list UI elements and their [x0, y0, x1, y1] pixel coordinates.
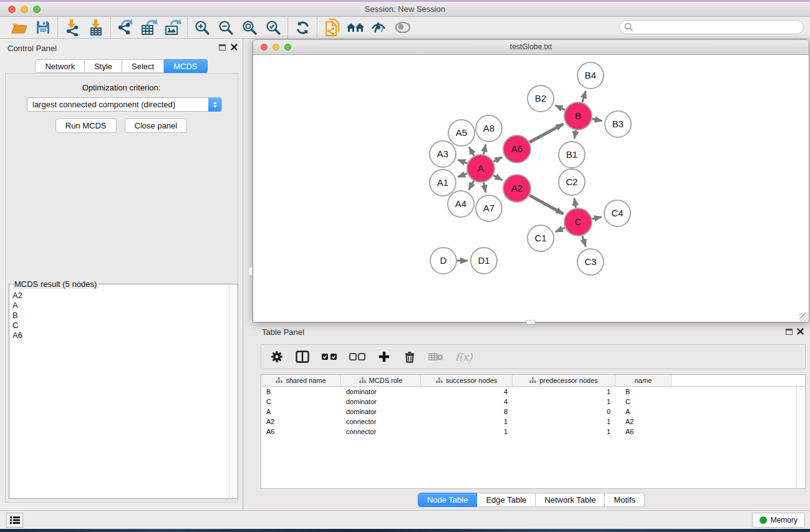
- import-network-button[interactable]: [60, 18, 84, 37]
- zoom-out-button[interactable]: [214, 18, 238, 37]
- table-cell[interactable]: 1: [421, 417, 513, 427]
- graph-node-A6[interactable]: A6: [503, 135, 531, 163]
- graph-node-A2[interactable]: A2: [503, 175, 531, 202]
- zoom-selected-button[interactable]: [261, 18, 285, 37]
- criterion-dropdown[interactable]: largest connected component (directed): [27, 97, 222, 112]
- table-cell[interactable]: 4: [421, 397, 513, 407]
- graph-edge-B-B4[interactable]: [582, 91, 586, 102]
- graph-edge-B-B1[interactable]: [574, 130, 576, 139]
- tab-mcds[interactable]: MCDS: [164, 59, 207, 73]
- graph-node-C3[interactable]: C3: [577, 249, 604, 275]
- graph-edge-A-A5[interactable]: [469, 147, 474, 156]
- graph-edge-B-B2[interactable]: [556, 105, 566, 110]
- delete-table-button[interactable]: [428, 349, 443, 365]
- delete-column-button[interactable]: [403, 349, 417, 365]
- result-item[interactable]: A6: [9, 331, 228, 341]
- tab-select[interactable]: Select: [122, 59, 164, 73]
- column-header-successor-nodes[interactable]: successor nodes: [421, 375, 513, 386]
- network-canvas[interactable]: B4B2BB3A8A5A6A3B1AA1C2A2A4A7C4CC1C3DD1: [253, 56, 809, 322]
- graph-edge-A-A8[interactable]: [484, 144, 486, 154]
- close-panel-icon[interactable]: [231, 44, 238, 51]
- function-builder-button[interactable]: f(x): [455, 349, 472, 365]
- tab-node-table[interactable]: Node Table: [418, 493, 478, 507]
- table-cell[interactable]: A6: [615, 427, 672, 437]
- graph-node-A1[interactable]: A1: [430, 170, 456, 196]
- import-table-button[interactable]: [84, 18, 108, 37]
- deselect-all-rows-button[interactable]: [349, 349, 365, 365]
- graph-edge-A6-B[interactable]: [529, 124, 563, 142]
- graph-node-A8[interactable]: A8: [476, 115, 502, 142]
- network-window-titlebar[interactable]: testGlobe.txt: [253, 40, 809, 55]
- memory-button[interactable]: Memory: [752, 513, 805, 528]
- graph-edge-C-C2[interactable]: [574, 198, 576, 208]
- export-image-button[interactable]: [161, 18, 185, 37]
- open-session-button[interactable]: [7, 18, 31, 37]
- graph-edge-A-A2[interactable]: [493, 175, 502, 180]
- float-table-panel-icon[interactable]: [786, 329, 793, 335]
- table-cell[interactable]: connector: [341, 417, 421, 427]
- table-cell[interactable]: dominator: [341, 407, 421, 417]
- result-item[interactable]: A: [9, 301, 228, 311]
- export-network-button[interactable]: [113, 18, 137, 37]
- graph-node-A[interactable]: A: [467, 155, 494, 182]
- graph-edge-C-C1[interactable]: [556, 228, 565, 232]
- table-row[interactable]: A6connector11A6: [261, 427, 796, 437]
- hide-details-button[interactable]: [367, 18, 391, 37]
- tab-motifs[interactable]: Motifs: [605, 493, 645, 507]
- table-cell[interactable]: B: [261, 387, 341, 397]
- table-cell[interactable]: 8: [421, 407, 513, 417]
- add-column-button[interactable]: [377, 349, 391, 365]
- run-mcds-button[interactable]: Run MCDS: [55, 118, 117, 133]
- graph-edge-C-C3[interactable]: [582, 236, 586, 246]
- table-cell[interactable]: A: [615, 407, 672, 417]
- search-input[interactable]: [619, 20, 804, 34]
- tab-network[interactable]: Network: [35, 59, 85, 73]
- zoom-in-button[interactable]: [190, 18, 214, 37]
- show-details-button[interactable]: [391, 18, 415, 37]
- table-cell[interactable]: dominator: [341, 397, 421, 407]
- graph-edge-B-B3[interactable]: [592, 119, 602, 121]
- graph-node-D1[interactable]: D1: [471, 248, 497, 274]
- table-cell[interactable]: 1: [421, 427, 513, 437]
- graph-node-C[interactable]: C: [564, 208, 592, 236]
- graph-node-C1[interactable]: C1: [528, 225, 554, 251]
- table-settings-button[interactable]: [270, 349, 284, 365]
- graph-node-B[interactable]: B: [564, 102, 592, 130]
- graph-node-A5[interactable]: A5: [448, 120, 475, 146]
- table-cell[interactable]: B: [615, 387, 672, 397]
- result-item[interactable]: B: [9, 311, 228, 321]
- window-resize-grip[interactable]: [799, 312, 808, 321]
- table-cell[interactable]: C: [615, 397, 672, 407]
- table-row[interactable]: Cdominator41C: [261, 397, 796, 407]
- table-cell[interactable]: 4: [421, 387, 513, 397]
- table-cell[interactable]: 0: [513, 407, 615, 417]
- graph-node-B3[interactable]: B3: [605, 111, 631, 137]
- network-overview-button[interactable]: [320, 18, 344, 37]
- result-item[interactable]: A2: [9, 291, 228, 301]
- graph-node-C4[interactable]: C4: [604, 200, 630, 226]
- result-item[interactable]: C: [9, 321, 228, 331]
- table-cell[interactable]: C: [261, 397, 341, 407]
- table-row[interactable]: Adominator80A: [261, 407, 796, 417]
- table-scrollbar[interactable]: [796, 387, 804, 488]
- table-cell[interactable]: 1: [513, 417, 615, 427]
- horizontal-splitter-handle[interactable]: [526, 320, 535, 324]
- graph-node-A4[interactable]: A4: [448, 191, 474, 217]
- graph-edge-A-A7[interactable]: [484, 183, 486, 193]
- graph-edge-C-C4[interactable]: [592, 217, 601, 219]
- table-cell[interactable]: A2: [261, 417, 341, 427]
- graph-edge-A-A3[interactable]: [458, 160, 467, 163]
- graph-node-B4[interactable]: B4: [577, 62, 604, 89]
- tab-network-table[interactable]: Network Table: [536, 493, 605, 507]
- table-cell[interactable]: 1: [513, 397, 615, 407]
- save-session-button[interactable]: [31, 18, 55, 37]
- graph-node-A3[interactable]: A3: [430, 141, 456, 167]
- result-list-scrollbar[interactable]: [229, 285, 237, 498]
- zoom-fit-button[interactable]: [238, 18, 261, 37]
- column-header-MCDS-role[interactable]: MCDS role: [341, 375, 421, 386]
- home-layout-button[interactable]: [344, 18, 367, 37]
- graph-node-B2[interactable]: B2: [528, 85, 554, 112]
- select-all-rows-button[interactable]: [321, 349, 337, 365]
- table-cell[interactable]: 1: [513, 427, 615, 437]
- close-panel-button[interactable]: Close panel: [125, 118, 188, 133]
